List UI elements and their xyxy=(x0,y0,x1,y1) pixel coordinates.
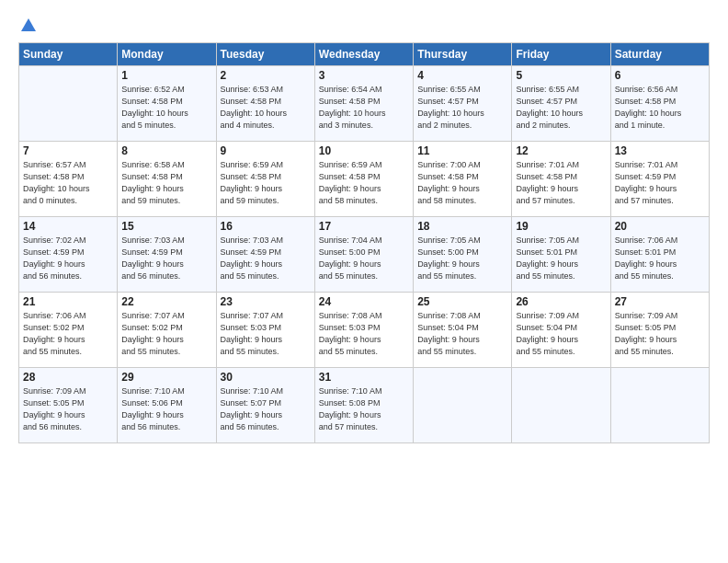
day-number: 21 xyxy=(23,295,113,308)
cell-w4-d4: 24Sunrise: 7:08 AM Sunset: 5:03 PM Dayli… xyxy=(314,293,413,368)
week-row-3: 14Sunrise: 7:02 AM Sunset: 4:59 PM Dayli… xyxy=(19,217,710,293)
week-row-4: 21Sunrise: 7:06 AM Sunset: 5:02 PM Dayli… xyxy=(19,293,710,368)
cell-w5-d3: 30Sunrise: 7:10 AM Sunset: 5:07 PM Dayli… xyxy=(216,368,314,443)
cell-w1-d3: 2Sunrise: 6:53 AM Sunset: 4:58 PM Daylig… xyxy=(216,66,314,142)
col-header-sunday: Sunday xyxy=(19,43,118,66)
calendar-container: SundayMondayTuesdayWednesdayThursdayFrid… xyxy=(0,0,728,563)
svg-marker-0 xyxy=(21,18,36,31)
day-info: Sunrise: 7:01 AM Sunset: 4:59 PM Dayligh… xyxy=(615,159,705,207)
day-info: Sunrise: 7:09 AM Sunset: 5:05 PM Dayligh… xyxy=(615,310,705,358)
cell-w2-d5: 11Sunrise: 7:00 AM Sunset: 4:58 PM Dayli… xyxy=(414,142,512,217)
cell-w5-d2: 29Sunrise: 7:10 AM Sunset: 5:06 PM Dayli… xyxy=(118,368,216,443)
cell-w4-d7: 27Sunrise: 7:09 AM Sunset: 5:05 PM Dayli… xyxy=(610,293,709,368)
day-number: 4 xyxy=(417,69,507,82)
day-info: Sunrise: 7:10 AM Sunset: 5:07 PM Dayligh… xyxy=(221,385,311,433)
cell-w2-d3: 9Sunrise: 6:59 AM Sunset: 4:58 PM Daylig… xyxy=(216,142,314,217)
day-number: 11 xyxy=(417,144,507,157)
cell-w5-d6 xyxy=(512,368,610,443)
day-info: Sunrise: 7:10 AM Sunset: 5:06 PM Dayligh… xyxy=(121,385,211,433)
day-number: 23 xyxy=(221,295,311,308)
day-number: 3 xyxy=(319,69,409,82)
cell-w4-d2: 22Sunrise: 7:07 AM Sunset: 5:02 PM Dayli… xyxy=(118,293,216,368)
cell-w5-d4: 31Sunrise: 7:10 AM Sunset: 5:08 PM Dayli… xyxy=(314,368,413,443)
day-info: Sunrise: 7:03 AM Sunset: 4:59 PM Dayligh… xyxy=(221,235,311,282)
header xyxy=(18,17,710,33)
day-number: 8 xyxy=(121,144,211,157)
cell-w2-d4: 10Sunrise: 6:59 AM Sunset: 4:58 PM Dayli… xyxy=(314,142,413,217)
day-number: 16 xyxy=(221,220,311,233)
day-info: Sunrise: 7:04 AM Sunset: 5:00 PM Dayligh… xyxy=(319,235,409,282)
day-info: Sunrise: 7:07 AM Sunset: 5:03 PM Dayligh… xyxy=(221,310,311,358)
day-number: 25 xyxy=(417,295,507,308)
day-number: 28 xyxy=(23,371,113,384)
day-number: 20 xyxy=(615,220,705,233)
day-number: 6 xyxy=(615,69,705,82)
day-info: Sunrise: 7:05 AM Sunset: 5:01 PM Dayligh… xyxy=(516,235,606,282)
day-info: Sunrise: 7:05 AM Sunset: 5:00 PM Dayligh… xyxy=(417,235,507,282)
logo xyxy=(18,17,39,33)
day-info: Sunrise: 6:52 AM Sunset: 4:58 PM Dayligh… xyxy=(121,84,211,132)
day-number: 10 xyxy=(319,144,409,157)
day-info: Sunrise: 7:09 AM Sunset: 5:05 PM Dayligh… xyxy=(23,385,113,433)
day-number: 30 xyxy=(221,371,311,384)
day-number: 31 xyxy=(319,371,409,384)
day-info: Sunrise: 6:55 AM Sunset: 4:57 PM Dayligh… xyxy=(516,84,606,132)
day-number: 15 xyxy=(121,220,211,233)
cell-w1-d4: 3Sunrise: 6:54 AM Sunset: 4:58 PM Daylig… xyxy=(314,66,413,142)
day-number: 2 xyxy=(221,69,311,82)
day-info: Sunrise: 7:09 AM Sunset: 5:04 PM Dayligh… xyxy=(516,310,606,358)
day-number: 12 xyxy=(516,144,606,157)
day-info: Sunrise: 7:00 AM Sunset: 4:58 PM Dayligh… xyxy=(417,159,507,207)
header-row: SundayMondayTuesdayWednesdayThursdayFrid… xyxy=(19,43,710,66)
cell-w5-d5 xyxy=(414,368,512,443)
calendar-table: SundayMondayTuesdayWednesdayThursdayFrid… xyxy=(18,42,710,443)
day-number: 24 xyxy=(319,295,409,308)
cell-w4-d1: 21Sunrise: 7:06 AM Sunset: 5:02 PM Dayli… xyxy=(19,293,118,368)
day-number: 5 xyxy=(516,69,606,82)
day-info: Sunrise: 6:59 AM Sunset: 4:58 PM Dayligh… xyxy=(319,159,409,207)
cell-w3-d7: 20Sunrise: 7:06 AM Sunset: 5:01 PM Dayli… xyxy=(610,217,709,293)
day-info: Sunrise: 6:59 AM Sunset: 4:58 PM Dayligh… xyxy=(221,159,311,207)
cell-w2-d2: 8Sunrise: 6:58 AM Sunset: 4:58 PM Daylig… xyxy=(118,142,216,217)
week-row-2: 7Sunrise: 6:57 AM Sunset: 4:58 PM Daylig… xyxy=(19,142,710,217)
cell-w4-d5: 25Sunrise: 7:08 AM Sunset: 5:04 PM Dayli… xyxy=(414,293,512,368)
day-info: Sunrise: 6:57 AM Sunset: 4:58 PM Dayligh… xyxy=(23,159,113,207)
day-info: Sunrise: 6:54 AM Sunset: 4:58 PM Dayligh… xyxy=(319,84,409,132)
day-number: 7 xyxy=(23,144,113,157)
col-header-friday: Friday xyxy=(512,43,610,66)
cell-w3-d5: 18Sunrise: 7:05 AM Sunset: 5:00 PM Dayli… xyxy=(414,217,512,293)
week-row-5: 28Sunrise: 7:09 AM Sunset: 5:05 PM Dayli… xyxy=(19,368,710,443)
day-number: 13 xyxy=(615,144,705,157)
day-number: 22 xyxy=(121,295,211,308)
col-header-saturday: Saturday xyxy=(610,43,709,66)
day-number: 27 xyxy=(615,295,705,308)
cell-w2-d6: 12Sunrise: 7:01 AM Sunset: 4:58 PM Dayli… xyxy=(512,142,610,217)
week-row-1: 1Sunrise: 6:52 AM Sunset: 4:58 PM Daylig… xyxy=(19,66,710,142)
day-info: Sunrise: 7:10 AM Sunset: 5:08 PM Dayligh… xyxy=(319,385,409,433)
day-info: Sunrise: 7:06 AM Sunset: 5:02 PM Dayligh… xyxy=(23,310,113,358)
cell-w3-d6: 19Sunrise: 7:05 AM Sunset: 5:01 PM Dayli… xyxy=(512,217,610,293)
day-info: Sunrise: 6:56 AM Sunset: 4:58 PM Dayligh… xyxy=(615,84,705,132)
cell-w3-d2: 15Sunrise: 7:03 AM Sunset: 4:59 PM Dayli… xyxy=(118,217,216,293)
cell-w1-d2: 1Sunrise: 6:52 AM Sunset: 4:58 PM Daylig… xyxy=(118,66,216,142)
col-header-thursday: Thursday xyxy=(414,43,512,66)
col-header-wednesday: Wednesday xyxy=(314,43,413,66)
cell-w2-d7: 13Sunrise: 7:01 AM Sunset: 4:59 PM Dayli… xyxy=(610,142,709,217)
day-number: 18 xyxy=(417,220,507,233)
cell-w1-d6: 5Sunrise: 6:55 AM Sunset: 4:57 PM Daylig… xyxy=(512,66,610,142)
cell-w1-d7: 6Sunrise: 6:56 AM Sunset: 4:58 PM Daylig… xyxy=(610,66,709,142)
cell-w4-d6: 26Sunrise: 7:09 AM Sunset: 5:04 PM Dayli… xyxy=(512,293,610,368)
logo-text-block xyxy=(18,17,39,33)
col-header-tuesday: Tuesday xyxy=(216,43,314,66)
cell-w1-d1 xyxy=(19,66,118,142)
day-number: 17 xyxy=(319,220,409,233)
day-info: Sunrise: 7:01 AM Sunset: 4:58 PM Dayligh… xyxy=(516,159,606,207)
day-info: Sunrise: 6:58 AM Sunset: 4:58 PM Dayligh… xyxy=(121,159,211,207)
day-number: 9 xyxy=(221,144,311,157)
cell-w3-d1: 14Sunrise: 7:02 AM Sunset: 4:59 PM Dayli… xyxy=(19,217,118,293)
cell-w2-d1: 7Sunrise: 6:57 AM Sunset: 4:58 PM Daylig… xyxy=(19,142,118,217)
cell-w5-d7 xyxy=(610,368,709,443)
day-number: 14 xyxy=(23,220,113,233)
day-number: 26 xyxy=(516,295,606,308)
day-number: 1 xyxy=(121,69,211,82)
